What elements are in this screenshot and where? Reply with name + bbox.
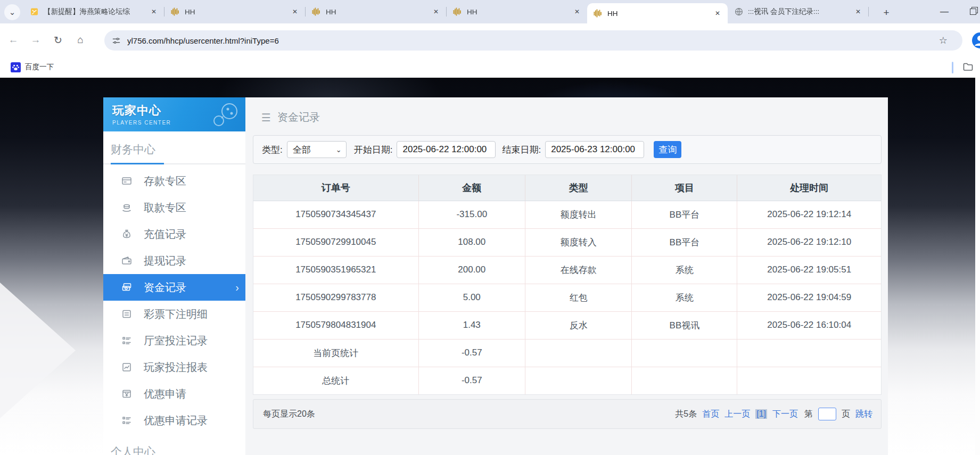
halllist-icon (121, 415, 132, 426)
page-size-label: 每页显示20条 (263, 409, 315, 420)
page-title: 资金记录 (277, 110, 320, 125)
minimize-icon: — (940, 7, 949, 16)
browser-tab-strip: ⌄ 【新提醒】海燕策略论坛综✕HH✕HH✕HH✕HH✕:::视讯 会员下注纪录:… (0, 0, 980, 23)
sidebar-section-personal: 个人中心 (103, 434, 245, 455)
goldwave-favicon-icon (312, 7, 321, 16)
prev-page-link[interactable]: 上一页 (724, 409, 750, 420)
globe-favicon-icon (734, 7, 743, 16)
table-cell: 5.00 (418, 284, 525, 311)
browser-tab-2[interactable]: HH✕ (164, 0, 305, 23)
back-icon: ← (9, 34, 19, 46)
back-button[interactable]: ← (4, 31, 22, 49)
window-restore-button[interactable] (961, 0, 980, 23)
bookmarks-folder-button[interactable] (962, 61, 974, 72)
first-page-link[interactable]: 首页 (702, 409, 719, 420)
search-button[interactable]: 查询 (654, 141, 681, 158)
sidebar-item-8[interactable]: 玩家投注报表 (103, 354, 245, 380)
sidebar-item-4[interactable]: 提现记录 (103, 247, 245, 274)
tab-close-button[interactable]: ✕ (713, 9, 722, 18)
tab-title: HH (185, 8, 290, 16)
sidebar-item-9[interactable]: 优惠申请 (103, 380, 245, 407)
close-icon: ✕ (855, 8, 861, 15)
browser-tab-3[interactable]: HH✕ (306, 0, 446, 23)
caret-down-icon: ⌄ (9, 7, 16, 17)
sidebar-item-label: 资金记录 (144, 280, 186, 295)
jump-page-input[interactable] (818, 408, 836, 420)
sidebar-item-label: 彩票下注明细 (144, 307, 208, 321)
table-cell: 反水 (525, 311, 631, 339)
jump-prefix-label: 第 (804, 409, 813, 420)
browser-toolbar: ← → ↻ ⌂ yl756.com/hhcp/usercenter.html?i… (0, 23, 980, 56)
end-date-value: 2025-06-23 12:00:00 (551, 144, 635, 155)
table-cell: -0.57 (418, 367, 525, 394)
table-cell: 当前页统计 (253, 339, 418, 367)
table-cell: -0.57 (418, 339, 525, 367)
forward-icon: → (31, 34, 41, 46)
sidebar-item-2[interactable]: 取款专区 (103, 194, 245, 221)
browser-tab-6[interactable]: :::视讯 会员下注纪录:::✕ (728, 0, 868, 23)
tab-close-button[interactable]: ✕ (290, 7, 300, 16)
bookmarks-divider (952, 62, 953, 73)
browser-tab-4[interactable]: HH✕ (447, 0, 587, 23)
table-cell (737, 367, 881, 394)
type-select[interactable]: 全部 ⌄ (287, 141, 347, 158)
tab-search-button[interactable]: ⌄ (4, 4, 20, 20)
next-page-link[interactable]: 下一页 (772, 409, 798, 420)
table-cell: 总统计 (253, 367, 418, 394)
site-settings-icon[interactable] (112, 36, 121, 45)
address-bar[interactable]: yl756.com/hhcp/usercenter.html?iniType=6… (104, 30, 962, 51)
deposit-icon (121, 176, 132, 186)
pagination-controls: 共5条 首页 上一页 [1] 下一页 第 页 跳转 (675, 408, 872, 420)
table-cell: 额度转出 (525, 201, 631, 228)
end-date-input[interactable]: 2025-06-23 12:00:00 (545, 141, 644, 158)
bookmarks-bar: 百度一下 (0, 56, 980, 78)
plus-icon: + (883, 7, 889, 19)
page-background: 玩家中心 PLAYERS CENTER 财务中心 存款专区取款专区充值记录提现记… (0, 78, 980, 455)
profile-avatar[interactable] (970, 30, 980, 51)
tab-close-button[interactable]: ✕ (853, 7, 863, 16)
gamepad-icon (210, 100, 241, 129)
hamburger-icon: ☰ (261, 111, 271, 124)
home-icon: ⌂ (77, 34, 83, 46)
browser-tab-1[interactable]: 【新提醒】海燕策略论坛综✕ (23, 0, 164, 23)
chevron-right-icon: › (235, 282, 239, 294)
table-cell: BB视讯 (632, 311, 737, 339)
reload-button[interactable]: ↻ (49, 31, 67, 49)
window-minimize-button[interactable]: — (933, 0, 956, 23)
jump-go-link[interactable]: 跳转 (855, 409, 872, 420)
table-row: 总统计-0.57 (253, 367, 881, 394)
goldwave-favicon-icon (594, 9, 603, 18)
sidebar-item-10[interactable]: 优惠申请记录 (103, 407, 245, 434)
page-scrollbar[interactable] (975, 78, 980, 455)
reload-icon: ↻ (54, 34, 62, 46)
tab-close-button[interactable]: ✕ (572, 7, 582, 16)
bookmark-star-button[interactable]: ☆ (939, 35, 948, 46)
avatar-icon (970, 30, 980, 51)
records-table-container: 订单号金额类型项目处理时间 1750590734345437-315.00额度转… (253, 175, 882, 395)
table-cell: 额度转入 (525, 228, 631, 256)
table-cell: BB平台 (632, 201, 737, 228)
table-cell: 108.00 (418, 228, 525, 256)
sidebar-item-7[interactable]: 厅室投注记录 (103, 327, 245, 354)
home-button[interactable]: ⌂ (71, 31, 89, 49)
tab-close-button[interactable]: ✕ (149, 7, 159, 16)
goldwave-favicon-icon (453, 7, 462, 16)
sidebar-item-3[interactable]: 充值记录 (103, 221, 245, 247)
table-cell: 2025-06-22 19:12:14 (737, 201, 881, 228)
tab-separator (868, 7, 869, 16)
bookmark-item-baidu[interactable]: 百度一下 (6, 60, 58, 74)
browser-tab-5[interactable]: HH✕ (587, 3, 728, 23)
start-date-input[interactable]: 2025-06-22 12:00:00 (397, 141, 496, 158)
new-tab-button[interactable]: + (879, 6, 893, 20)
table-cell: 系统 (632, 284, 737, 311)
sidebar-item-label: 厅室投注记录 (144, 334, 208, 348)
withdraw-icon (121, 202, 132, 213)
table-cell: 红包 (525, 284, 631, 311)
sidebar-item-5[interactable]: 资金记录› (103, 274, 245, 301)
sidebar-item-1[interactable]: 存款专区 (103, 168, 245, 194)
column-header: 项目 (632, 175, 737, 201)
forward-button[interactable]: → (27, 31, 45, 49)
tab-close-button[interactable]: ✕ (431, 7, 441, 16)
sidebar-item-6[interactable]: 彩票下注明细 (103, 301, 245, 327)
records-table: 订单号金额类型项目处理时间 1750590734345437-315.00额度转… (253, 175, 881, 394)
